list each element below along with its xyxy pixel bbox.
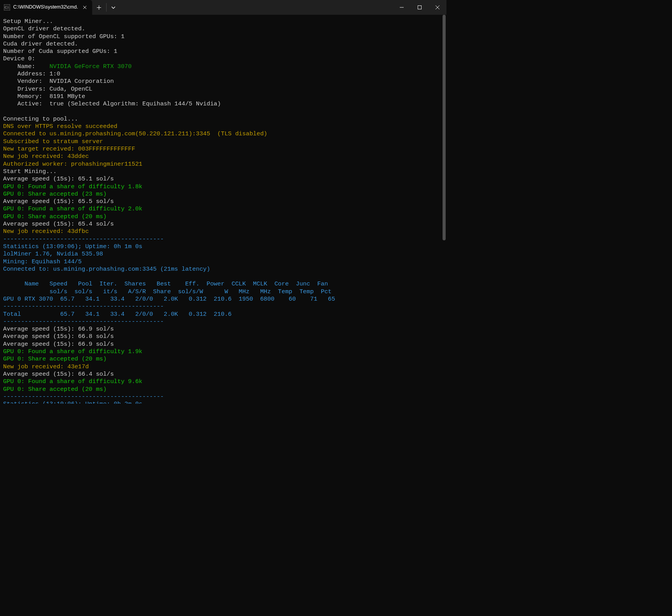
terminal-line: ----------------------------------------… xyxy=(3,303,443,310)
terminal-line: GPU 0: Share accepted (20 ms) xyxy=(3,386,443,393)
terminal-line: Setup Miner... xyxy=(3,18,443,25)
terminal-line: Statistics (13:10:06); Uptime: 0h 2m 0s xyxy=(3,401,443,404)
terminal-line: Authorized worker: prohashingminer11521 xyxy=(3,161,443,168)
terminal-line: Average speed (15s): 66.9 sol/s xyxy=(3,341,443,348)
terminal-line: Number of Cuda supported GPUs: 1 xyxy=(3,48,443,55)
terminal-line: Average speed (15s): 65.4 sol/s xyxy=(3,220,443,228)
terminal-line: Average speed (15s): 65.1 sol/s xyxy=(3,175,443,183)
terminal-line: Active: true (Selected Algorithm: Equiha… xyxy=(3,100,443,108)
tab-dropdown-button[interactable] xyxy=(107,0,121,15)
terminal-line: Statistics (13:09:06); Uptime: 0h 1m 0s xyxy=(3,243,443,250)
terminal-line: GPU 0 RTX 3070 65.7 34.1 33.4 2/0/0 2.0K… xyxy=(3,296,443,303)
svg-text:C:\: C:\ xyxy=(5,5,9,9)
terminal-output[interactable]: Setup Miner...OpenCL driver detected.Num… xyxy=(0,15,446,404)
terminal-line: Connected to: us.mining.prohashing.com:3… xyxy=(3,266,443,273)
terminal-line: Average speed (15s): 65.5 sol/s xyxy=(3,198,443,205)
terminal-line: Memory: 8191 MByte xyxy=(3,93,443,100)
new-tab-button[interactable] xyxy=(92,0,106,15)
terminal-line: Connected to us.mining.prohashing.com(50… xyxy=(3,130,443,138)
terminal-line xyxy=(3,108,443,116)
terminal-line: Mining: Equihash 144/5 xyxy=(3,258,443,266)
terminal-line: Subscribed to stratum server xyxy=(3,138,443,145)
minimize-button[interactable] xyxy=(393,0,411,15)
tab-title: C:\WINDOWS\system32\cmd. xyxy=(13,4,78,11)
terminal-line: Number of OpenCL supported GPUs: 1 xyxy=(3,33,443,40)
terminal-line: ----------------------------------------… xyxy=(3,236,443,243)
terminal-line: ----------------------------------------… xyxy=(3,393,443,401)
terminal-line: Drivers: Cuda, OpenCL xyxy=(3,86,443,93)
active-tab[interactable]: C:\ C:\WINDOWS\system32\cmd. xyxy=(0,0,92,15)
terminal-line: sol/s sol/s it/s A/S/R Share sol/s/W W M… xyxy=(3,288,443,296)
terminal-line: GPU 0: Share accepted (20 ms) xyxy=(3,213,443,220)
terminal-line: Name: NVIDIA GeForce RTX 3070 xyxy=(3,63,443,70)
scrollbar-thumb[interactable] xyxy=(443,15,446,240)
terminal-line: New target received: 003FFFFFFFFFFFFF xyxy=(3,145,443,153)
terminal-line: lolMiner 1.76, Nvidia 535.98 xyxy=(3,250,443,258)
window-controls xyxy=(393,0,446,15)
terminal-line: OpenCL driver detected. xyxy=(3,25,443,33)
terminal-line: New job received: 43dfbc xyxy=(3,228,443,235)
terminal-line: GPU 0: Share accepted (23 ms) xyxy=(3,191,443,198)
terminal-line: Name Speed Pool Iter. Shares Best Eff. P… xyxy=(3,280,443,288)
terminal-line: GPU 0: Found a share of difficulty 2.0k xyxy=(3,205,443,213)
terminal-line: Total 65.7 34.1 33.4 2/0/0 2.0K 0.312 21… xyxy=(3,311,443,318)
terminal-line: GPU 0: Share accepted (20 ms) xyxy=(3,355,443,363)
terminal-line: Vendor: NVIDIA Corporation xyxy=(3,78,443,85)
terminal-line: Address: 1:0 xyxy=(3,70,443,78)
terminal-line: New job received: 43e17d xyxy=(3,363,443,371)
terminal-line: ----------------------------------------… xyxy=(3,318,443,326)
terminal-line: Average speed (15s): 66.9 sol/s xyxy=(3,326,443,333)
terminal-line: Average speed (15s): 66.8 sol/s xyxy=(3,333,443,340)
terminal-line: Connecting to pool... xyxy=(3,116,443,123)
terminal-line: GPU 0: Found a share of difficulty 9.6k xyxy=(3,378,443,385)
cmd-icon: C:\ xyxy=(4,4,10,10)
terminal-line xyxy=(3,273,443,280)
terminal-line: Start Mining... xyxy=(3,168,443,175)
terminal-line: DNS over HTTPS resolve succeeded xyxy=(3,123,443,130)
terminal-line: Cuda driver detected. xyxy=(3,40,443,48)
close-window-button[interactable] xyxy=(429,0,446,15)
terminal-line: Device 0: xyxy=(3,55,443,63)
svg-rect-7 xyxy=(418,6,422,9)
scrollbar[interactable] xyxy=(442,15,446,404)
terminal-line: New job received: 43ddec xyxy=(3,153,443,160)
terminal-line: GPU 0: Found a share of difficulty 1.8k xyxy=(3,183,443,191)
terminal-line: Average speed (15s): 66.4 sol/s xyxy=(3,371,443,378)
maximize-button[interactable] xyxy=(411,0,429,15)
window-titlebar: C:\ C:\WINDOWS\system32\cmd. xyxy=(0,0,446,15)
terminal-line: GPU 0: Found a share of difficulty 1.9k xyxy=(3,348,443,355)
tab-close-button[interactable] xyxy=(81,4,88,11)
